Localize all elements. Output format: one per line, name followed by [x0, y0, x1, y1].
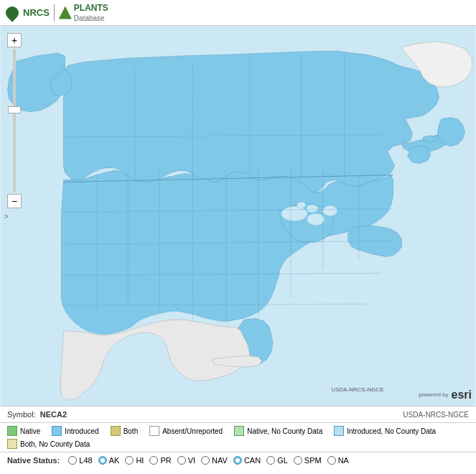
symbol-label: Symbol: — [7, 410, 36, 419]
ns-item-hi[interactable]: HI — [125, 456, 144, 465]
ns-item-na[interactable]: NA — [327, 456, 349, 465]
legend-swatch-native — [7, 426, 17, 436]
legend-label-native: Native — [20, 427, 40, 435]
native-status: Native Status: L48 AK HI PR VI NAV CAN G… — [0, 452, 476, 468]
svg-point-5 — [297, 203, 306, 208]
ns-item-gl[interactable]: GL — [266, 456, 288, 465]
native-status-label: Native Status: — [7, 456, 60, 465]
legend-item-both: Both — [111, 426, 139, 436]
ns-radio-pr[interactable] — [149, 456, 158, 465]
database-label: Database — [74, 14, 105, 22]
ns-code-na: NA — [338, 456, 349, 465]
legend: Native Introduced Both Absent/Unreported… — [0, 422, 476, 452]
legend-item-introduced-no-county: Introduced, No County Data — [334, 426, 436, 436]
svg-point-2 — [307, 214, 325, 226]
ns-radio-na[interactable] — [327, 456, 336, 465]
ns-code-can: CAN — [244, 456, 261, 465]
svg-point-1 — [281, 207, 307, 221]
ns-code-l48: L48 — [79, 456, 92, 465]
svg-text:USDA-NRCS-NGCE: USDA-NRCS-NGCE — [332, 386, 384, 393]
ns-code-gl: GL — [277, 456, 288, 465]
ns-radio-can[interactable] — [233, 456, 242, 465]
ns-radio-l48[interactable] — [68, 456, 77, 465]
legend-label-both-no-county: Both, No County Data — [20, 440, 90, 448]
legend-item-native: Native — [7, 426, 40, 436]
map-svg: USDA-NRCS-NGCE — [0, 26, 476, 406]
nrcs-drop-icon — [3, 4, 21, 22]
zoom-slider-thumb[interactable] — [8, 106, 21, 113]
ns-radio-gl[interactable] — [266, 456, 275, 465]
legend-swatch-native-no-county — [234, 426, 244, 436]
ns-radio-hi[interactable] — [125, 456, 134, 465]
symbol-info: Symbol: NECA2 — [7, 410, 67, 419]
legend-swatch-introduced-no-county — [334, 426, 344, 436]
ns-code-nav: NAV — [212, 456, 228, 465]
legend-label-introduced-no-county: Introduced, No County Data — [347, 427, 436, 435]
header: NRCS PLANTS Database — [0, 0, 476, 26]
plants-logo: PLANTS Database — [59, 3, 108, 23]
map-container[interactable]: + − > — [0, 26, 476, 406]
ns-code-vi: VI — [188, 456, 195, 465]
legend-item-introduced: Introduced — [52, 426, 98, 436]
legend-swatch-absent — [149, 426, 159, 436]
legend-item-absent: Absent/Unreported — [149, 426, 223, 436]
ns-code-ak: AK — [109, 456, 120, 465]
info-bar: Symbol: NECA2 USDA-NRCS-NGCE — [0, 406, 476, 422]
legend-label-introduced: Introduced — [65, 427, 98, 435]
nrcs-label: NRCS — [23, 7, 50, 18]
plants-icon — [59, 6, 72, 19]
zoom-out-button[interactable]: − — [7, 194, 22, 208]
svg-point-3 — [323, 206, 337, 216]
ns-radio-ak[interactable] — [98, 456, 107, 465]
esri-logo: esri — [452, 389, 472, 401]
powered-by-text: powered by — [419, 391, 448, 399]
ns-item-pr[interactable]: PR — [149, 456, 171, 465]
zoom-slider-track[interactable] — [13, 49, 16, 192]
ns-item-l48[interactable]: L48 — [68, 456, 92, 465]
zoom-in-button[interactable]: + — [7, 33, 22, 47]
legend-swatch-both-no-county — [7, 439, 17, 449]
ns-item-ak[interactable]: AK — [98, 456, 120, 465]
ns-radio-spm[interactable] — [294, 456, 302, 465]
map-branding: powered by esri — [419, 389, 472, 401]
attribution-text: USDA-NRCS-NGCE — [403, 411, 469, 419]
zoom-controls: + − — [7, 33, 22, 208]
legend-item-both-no-county: Both, No County Data — [7, 439, 90, 449]
svg-point-4 — [307, 205, 318, 213]
legend-item-native-no-county: Native, No County Data — [234, 426, 322, 436]
legend-label-absent: Absent/Unreported — [162, 427, 223, 435]
legend-label-both: Both — [123, 427, 139, 435]
ns-radio-nav[interactable] — [201, 456, 210, 465]
ns-item-vi[interactable]: VI — [177, 456, 195, 465]
logo-divider — [54, 4, 55, 22]
ns-item-nav[interactable]: NAV — [201, 456, 228, 465]
ns-code-hi: HI — [136, 456, 144, 465]
ns-item-spm[interactable]: SPM — [294, 456, 322, 465]
ns-item-can[interactable]: CAN — [233, 456, 261, 465]
symbol-value: NECA2 — [40, 410, 67, 419]
nrcs-logo: NRCS — [6, 6, 50, 19]
legend-swatch-both — [111, 426, 121, 436]
pan-left-arrow[interactable]: > — [4, 212, 9, 220]
ns-code-pr: PR — [160, 456, 171, 465]
plants-label: PLANTS — [74, 3, 108, 13]
ns-code-spm: SPM — [304, 456, 322, 465]
ns-radio-vi[interactable] — [177, 456, 186, 465]
legend-swatch-introduced — [52, 426, 62, 436]
legend-label-native-no-county: Native, No County Data — [247, 427, 322, 435]
